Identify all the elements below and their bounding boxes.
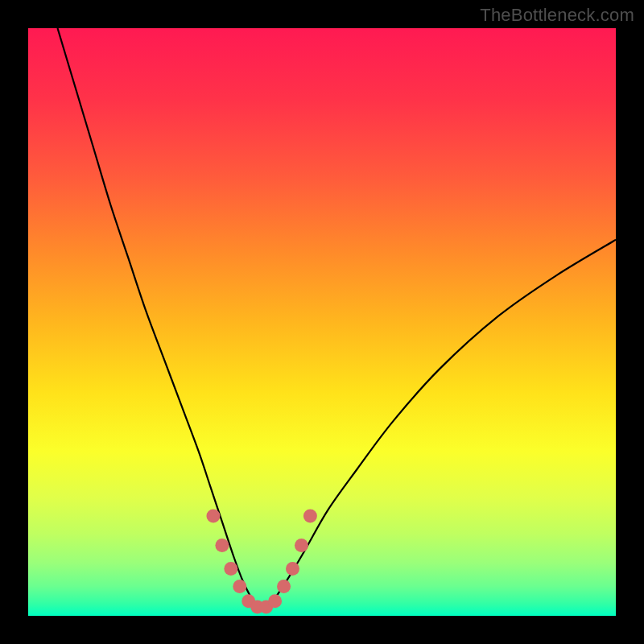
chart-container: TheBottleneck.com [0, 0, 644, 644]
plot-area [28, 28, 616, 616]
plot-background-gradient [28, 28, 616, 616]
watermark-text: TheBottleneck.com [480, 5, 634, 26]
svg-rect-0 [28, 28, 616, 616]
